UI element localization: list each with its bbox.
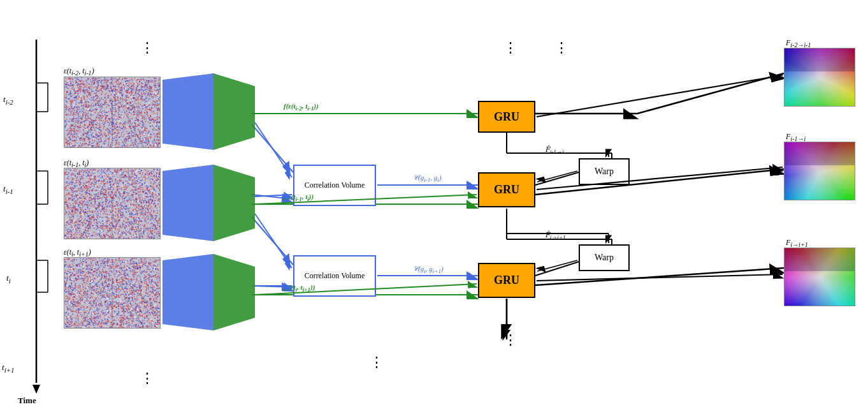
svg-line-25 <box>637 73 784 114</box>
event-image-2 <box>64 168 161 239</box>
corr-label-1: 𝒞(gi-1, gi) <box>413 174 442 183</box>
svg-line-26 <box>535 169 784 195</box>
svg-marker-38 <box>213 73 255 150</box>
time-label-i: ti <box>6 273 11 285</box>
time-label-i-minus-2: ti-2 <box>3 94 13 106</box>
fhat-label-2: F̂i→i+1 <box>545 231 566 241</box>
extractor-2 <box>163 165 255 241</box>
flow-image-1 <box>784 48 855 107</box>
svg-marker-41 <box>163 254 213 331</box>
svg-line-56 <box>537 167 783 189</box>
event-label-2: ε(ti-1, ti) <box>64 158 89 168</box>
gru-box-1: GRU <box>478 101 535 133</box>
svg-line-61 <box>537 171 577 182</box>
svg-marker-37 <box>163 73 213 150</box>
svg-line-49 <box>255 123 292 177</box>
dots-top: ⋮ <box>140 40 154 56</box>
svg-line-27 <box>535 268 784 285</box>
svg-line-35 <box>535 260 583 276</box>
warp-box-1: Warp <box>579 158 630 185</box>
svg-line-57 <box>537 274 783 281</box>
gru-box-2: GRU <box>478 172 535 207</box>
svg-marker-40 <box>213 165 255 241</box>
svg-line-22 <box>252 217 293 265</box>
svg-line-51 <box>255 214 292 268</box>
time-label-i-plus-1: ti+1 <box>2 362 14 374</box>
fhat-label-1: F̂i-1→i <box>545 145 564 155</box>
dots-bottom: ⋮ <box>140 370 154 387</box>
flow-label-1: Fi-2→i-1 <box>786 38 811 48</box>
time-label-i-minus-1: ti-1 <box>3 184 13 195</box>
event-image-3 <box>64 257 161 329</box>
warp-box-2: Warp <box>579 244 630 271</box>
svg-marker-39 <box>163 165 213 241</box>
flow-image-3 <box>784 248 855 306</box>
green-label-2: f(ε(ti-1, ti)) <box>284 193 314 202</box>
gru-box-3: GRU <box>478 263 535 298</box>
dots-gru-top: ⋮ <box>503 40 517 56</box>
dots-gru-bottom: ⋮ <box>503 332 517 348</box>
flow-image-2 <box>784 142 855 200</box>
svg-line-31 <box>535 171 583 185</box>
svg-line-55 <box>537 75 783 117</box>
extractor-1 <box>163 73 255 150</box>
time-bottom-label: Time <box>18 396 36 406</box>
diagram: ti-2 ti-1 ti ti+1 Time ⋮ ⋮ ⋮ ⋮ ⋮ ⋮ ε(ti-… <box>0 0 868 416</box>
svg-marker-5 <box>33 385 40 394</box>
svg-line-65 <box>537 260 577 271</box>
svg-line-20 <box>252 124 293 172</box>
svg-marker-42 <box>213 254 255 331</box>
event-image-1 <box>64 77 161 148</box>
flow-label-3: Fi→i+1 <box>786 238 808 248</box>
dots-corr-bottom: ⋮ <box>370 354 384 371</box>
extractor-3 <box>163 254 255 331</box>
event-label-1: ε(ti-2, ti-1) <box>64 66 94 77</box>
corr-label-2: 𝒞(gi, gi+1) <box>413 265 444 274</box>
event-label-3: ε(ti, ti+1) <box>64 248 91 258</box>
green-label-3: f(ε(ti, ti+1)) <box>284 283 315 293</box>
flow-label-2: Fi-1→i <box>786 132 806 142</box>
dots-gru-mid-top: ⋮ <box>554 40 568 56</box>
green-label-1: f(ε(ti-2, ti-1)) <box>284 102 319 112</box>
